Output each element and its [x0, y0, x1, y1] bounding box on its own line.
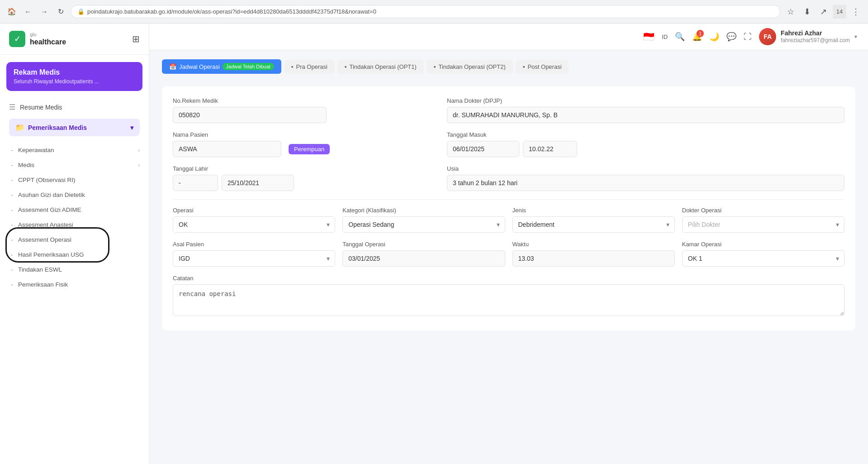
tabs-row: 📅 Jadwal Operasi Jadwal Telah Dibuat ▪ P… — [162, 59, 855, 74]
tab-pra-operasi[interactable]: ▪ Pra Operasi — [284, 60, 335, 74]
reload-button[interactable]: ↻ — [54, 5, 67, 18]
tanggal-lahir-input1[interactable] — [173, 175, 218, 191]
catatan-textarea[interactable]: rencana operasi — [173, 284, 844, 316]
nama-pasien-input[interactable] — [173, 141, 281, 157]
operasi-select[interactable]: OK — [173, 216, 335, 233]
extensions-icon[interactable]: 14 — [833, 5, 846, 19]
nama-dokter-input[interactable] — [447, 107, 844, 123]
kategori-select[interactable]: Operasi Sedang — [342, 216, 505, 233]
tab-pra-icon: ▪ — [291, 63, 294, 70]
form-group-kategori: Kategori (Klasifikasi) Operasi Sedang — [342, 207, 505, 233]
dark-mode-icon[interactable]: 🌙 — [709, 32, 719, 42]
grid-icon[interactable]: ⊞ — [132, 33, 140, 44]
form-row-1: No.Rekem Medik Nama Dokter (DPJP) — [173, 97, 844, 123]
tanggal-lahir-inputs — [173, 175, 438, 191]
logo-glu: glu — [30, 32, 66, 38]
asal-pasien-select[interactable]: IGD — [173, 250, 335, 267]
sidebar-item-eswl[interactable]: Tindakan ESWL — [0, 262, 149, 277]
user-email: fahreziazhar597@gmail.com — [781, 37, 850, 44]
tab-jadwal-operasi[interactable]: 📅 Jadwal Operasi Jadwal Telah Dibuat — [162, 59, 281, 74]
sidebar-item-keperawatan[interactable]: Keperawatan › — [0, 143, 149, 158]
search-icon[interactable]: 🔍 — [675, 32, 685, 42]
back-button[interactable]: ← — [22, 5, 34, 18]
form-group-nama: Nama Pasien Perempuan — [173, 131, 438, 157]
cppt-label: CPPT (Observasi RI) — [18, 177, 76, 183]
tab-tindakan-opt2[interactable]: ▪ Tindakan Operasi (OPT2) — [427, 60, 513, 74]
sidebar-item-medis[interactable]: Medis › — [0, 158, 149, 172]
ops-grid-1: Operasi OK Kategori (Klasifikasi) Operas… — [173, 207, 844, 233]
asuhan-gizi-label: Asuhan Gizi dan Dietetik — [18, 191, 85, 198]
download-icon[interactable]: ⬇ — [800, 5, 814, 19]
waktu-input[interactable] — [512, 250, 675, 267]
menu-icon[interactable]: ⋮ — [849, 5, 863, 19]
usg-label: Hasil Pemeriksaan USG — [18, 251, 84, 258]
dokter-operasi-select[interactable]: Pilih Dokter — [682, 216, 844, 233]
form-group-asal-pasien: Asal Pasien IGD — [173, 241, 335, 267]
rekam-medis-subtitle: Seluruh Riwayat Medioutpatients ... — [14, 78, 135, 85]
sidebar-item-assesment-operasi[interactable]: Assesment Operasi — [0, 232, 149, 247]
url-text: poindatukrajo.batubarakab.go.id/module/o… — [87, 8, 376, 15]
chat-icon[interactable]: 💬 — [726, 32, 736, 42]
gender-badge: Perempuan — [289, 144, 330, 154]
no-rekem-label: No.Rekem Medik — [173, 97, 438, 104]
tab-post-icon: ▪ — [523, 63, 525, 70]
tanggal-lahir-input2[interactable] — [222, 175, 294, 191]
fullscreen-icon[interactable]: ⛶ — [744, 32, 752, 42]
forward-button[interactable]: → — [38, 5, 51, 18]
tab-tindakan-opt1[interactable]: ▪ Tindakan Operasi (OPT1) — [337, 60, 424, 74]
usia-input — [447, 175, 844, 191]
user-profile[interactable]: FA Fahrezi Azhar fahreziazhar597@gmail.c… — [759, 28, 857, 45]
flag-icon: 🇮🇩 — [643, 31, 655, 42]
form-group-dokter-operasi: Dokter Operasi Pilih Dokter — [682, 207, 844, 233]
logo-text: glu healthcare — [30, 32, 66, 46]
topbar: 🇮🇩 ID 🔍 🔔 1 🌙 💬 ⛶ FA Fahrezi Azhar fahre… — [149, 24, 868, 50]
tab-opt1-icon: ▪ — [345, 63, 347, 70]
share-icon[interactable]: ↗ — [816, 5, 830, 19]
tab-post-operasi[interactable]: ▪ Post Operasi — [516, 60, 569, 74]
home-button[interactable]: 🏠 — [5, 5, 18, 18]
jenis-label: Jenis — [512, 207, 675, 214]
logo-area: ✓ glu healthcare — [9, 31, 66, 47]
sidebar-item-assesment-anastesi[interactable]: Assesment Anastesi — [0, 217, 149, 232]
user-name: Fahrezi Azhar — [781, 29, 850, 37]
lang-label[interactable]: ID — [662, 33, 668, 40]
sidebar-item-assesment-gizi[interactable]: Assesment Gizi ADIME — [0, 202, 149, 217]
rekam-medis-title: Rekam Medis — [14, 68, 135, 77]
logo-icon: ✓ — [9, 31, 25, 47]
sidebar: ✓ glu healthcare ⊞ Rekam Medis Seluruh R… — [0, 24, 149, 464]
tanggal-masuk-date-input[interactable] — [447, 141, 519, 157]
list-icon: ☰ — [9, 103, 15, 111]
sidebar-item-cppt[interactable]: CPPT (Observasi RI) — [0, 172, 149, 187]
tab-jadwal-badge: Jadwal Telah Dibuat — [223, 63, 274, 70]
nama-pasien-row: Perempuan — [173, 141, 438, 157]
sidebar-item-usg[interactable]: Hasil Pemeriksaan USG — [0, 247, 149, 262]
jenis-select-wrapper: Debridement — [512, 216, 675, 233]
rekam-medis-card[interactable]: Rekam Medis Seluruh Riwayat Medioutpatie… — [6, 62, 142, 91]
bookmark-icon[interactable]: ☆ — [784, 5, 797, 19]
main-content: 🇮🇩 ID 🔍 🔔 1 🌙 💬 ⛶ FA Fahrezi Azhar fahre… — [149, 24, 868, 464]
nama-dokter-label: Nama Dokter (DPJP) — [447, 97, 844, 104]
user-avatar: FA — [759, 28, 776, 45]
address-bar[interactable]: 🔒 poindatukrajo.batubarakab.go.id/module… — [71, 5, 780, 18]
pemeriksaan-fisik-label: Pemeriksaan Fisik — [18, 281, 68, 288]
notification-wrapper[interactable]: 🔔 1 — [692, 32, 702, 42]
operasi-label: Operasi — [173, 207, 335, 214]
form-group-waktu: Waktu — [512, 241, 675, 267]
ops-grid-2: Asal Pasien IGD Tanggal Operasi Waktu — [173, 241, 844, 267]
sidebar-item-pemeriksaan-medis[interactable]: 📁 Pemeriksaan Medis ▾ — [9, 119, 140, 136]
tanggal-operasi-input[interactable] — [342, 250, 505, 267]
sidebar-item-resume-medis[interactable]: ☰ Resume Medis — [0, 98, 149, 116]
chevron-right-icon-2: › — [138, 162, 140, 168]
form-group-catatan: Catatan rencana operasi — [173, 275, 844, 316]
sidebar-item-pemeriksaan-fisik[interactable]: Pemeriksaan Fisik — [0, 277, 149, 292]
tanggal-masuk-time-input[interactable] — [523, 141, 577, 157]
kategori-label: Kategori (Klasifikasi) — [342, 207, 505, 214]
sidebar-item-asuhan-gizi[interactable]: Asuhan Gizi dan Dietetik — [0, 187, 149, 202]
resume-medis-label: Resume Medis — [20, 104, 62, 111]
tab-pra-label: Pra Operasi — [296, 63, 327, 70]
tanggal-operasi-label: Tanggal Operasi — [342, 241, 505, 248]
chevron-up-icon: ▾ — [130, 124, 133, 131]
no-rekem-input[interactable] — [173, 107, 327, 123]
kamar-operasi-select[interactable]: OK 1 — [682, 250, 844, 267]
jenis-select[interactable]: Debridement — [512, 216, 675, 233]
